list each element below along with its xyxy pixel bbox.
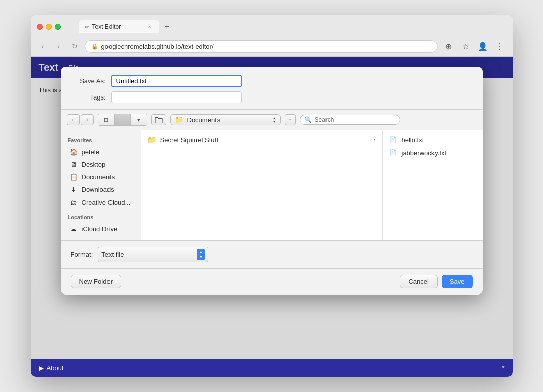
txt-file-icon-hello: 📄 xyxy=(389,135,398,144)
sidebar-item-downloads-label: Downloads xyxy=(82,186,114,193)
dialog-footer: New Folder Cancel Save xyxy=(61,269,483,295)
home-icon: 🏠 xyxy=(70,148,78,156)
sidebar-item-icloud-label: iCloud Drive xyxy=(82,225,118,233)
traffic-lights xyxy=(37,24,61,30)
location-folder-icon: 📁 xyxy=(175,116,183,124)
page-content: Text File This is a n Save As: Tags: xyxy=(31,57,513,359)
new-tab-button[interactable]: + xyxy=(161,21,173,33)
locations-label: Locations xyxy=(61,212,141,222)
reload-button[interactable]: ↻ xyxy=(69,40,81,52)
file-back-button[interactable]: ‹ xyxy=(67,114,80,125)
minimize-traffic-light[interactable] xyxy=(46,24,52,30)
expand-arrow-icon: › xyxy=(374,137,375,143)
save-button[interactable]: Save xyxy=(442,275,473,288)
tab-bar: ✏ Text Editor × + xyxy=(75,20,177,33)
creative-cloud-icon: 🗂 xyxy=(70,198,78,206)
sidebar-item-creative-cloud-label: Creative Cloud... xyxy=(82,199,131,206)
view-toggle: ⊞ ≡ ▾ xyxy=(98,114,147,126)
about-label: About xyxy=(47,364,64,372)
more-button[interactable]: ⋮ xyxy=(493,39,507,53)
folder-icon: 📁 xyxy=(147,135,156,144)
dialog-overlay: Save As: Tags: ‹ › ⊞ xyxy=(31,57,513,359)
url-text: googlechromelabs.github.io/text-editor/ xyxy=(101,43,214,50)
sidebar: Favorites 🏠 petele 🖥 Desktop 📋 Documents xyxy=(61,130,141,240)
tab-title: Text Editor xyxy=(92,23,121,30)
expand-button[interactable]: ↑ xyxy=(285,114,296,125)
close-traffic-light[interactable] xyxy=(37,24,43,30)
save-as-field: Save As: xyxy=(71,75,473,87)
sidebar-item-petele-label: petele xyxy=(82,148,99,156)
tab-icon: ✏ xyxy=(85,24,89,30)
sidebar-item-documents-label: Documents xyxy=(82,173,115,181)
file-item-hello-label: hello.txt xyxy=(402,136,424,144)
search-icon: 🔍 xyxy=(304,116,312,123)
browser-bottom: ▶ About * xyxy=(31,359,513,377)
file-item-jabberwocky-label: jabberwocky.txt xyxy=(402,149,447,157)
star-button[interactable]: ☆ xyxy=(459,39,473,53)
cancel-button[interactable]: Cancel xyxy=(400,275,437,288)
file-item-jabberwocky[interactable]: 📄 jabberwocky.txt xyxy=(383,146,483,159)
forward-button[interactable]: › xyxy=(53,40,65,52)
sidebar-item-petele[interactable]: 🏠 petele xyxy=(63,146,139,158)
address-bar[interactable]: 🔒 googlechromelabs.github.io/text-editor… xyxy=(85,40,438,53)
format-select[interactable]: Text file ▲ ▼ xyxy=(98,247,208,262)
view-dropdown-button[interactable]: ▾ xyxy=(131,114,147,125)
profile-circle-button[interactable]: ⊕ xyxy=(442,39,456,53)
file-forward-button[interactable]: › xyxy=(81,114,94,125)
browser-chrome: ✏ Text Editor × + ‹ › ↻ 🔒 googlechromela… xyxy=(31,15,513,57)
icon-view-button[interactable]: ⊞ xyxy=(98,114,115,125)
documents-icon: 📋 xyxy=(70,173,78,181)
browser-titlebar: ✏ Text Editor × + xyxy=(31,15,513,36)
back-button[interactable]: ‹ xyxy=(37,40,49,52)
tags-label: Tags: xyxy=(71,93,106,101)
file-item-label: Secret Squirrel Stuff xyxy=(160,136,219,144)
file-sublist: 📄 hello.txt 📄 jabberwocky.txt xyxy=(382,130,483,240)
maximize-traffic-light[interactable] xyxy=(55,24,61,30)
browser-window: ✏ Text Editor × + ‹ › ↻ 🔒 googlechromela… xyxy=(31,15,513,377)
sidebar-item-icloud[interactable]: ☁ iCloud Drive xyxy=(63,223,139,235)
browser-toolbar: ‹ › ↻ 🔒 googlechromelabs.github.io/text-… xyxy=(31,36,513,56)
dialog-header: Save As: Tags: xyxy=(61,67,483,110)
about-star: * xyxy=(502,364,504,372)
file-item-hello[interactable]: 📄 hello.txt xyxy=(383,133,483,146)
about-arrow-icon: ▶ xyxy=(39,364,44,372)
format-label: Format: xyxy=(71,251,93,258)
save-as-input[interactable] xyxy=(111,75,242,87)
profile-button[interactable]: 👤 xyxy=(476,39,490,53)
browser-actions: ⊕ ☆ 👤 ⋮ xyxy=(442,39,507,53)
desktop-icon: 🖥 xyxy=(70,160,78,168)
file-toolbar: ‹ › ⊞ ≡ ▾ 📁 Docum xyxy=(61,110,483,130)
dialog-format: Format: Text file ▲ ▼ xyxy=(61,241,483,269)
list-view-button[interactable]: ≡ xyxy=(115,114,131,125)
icloud-icon: ☁ xyxy=(70,225,78,233)
lock-icon: 🔒 xyxy=(91,43,98,50)
file-item-secret-squirrel[interactable]: 📁 Secret Squirrel Stuff › xyxy=(141,133,382,146)
search-box[interactable]: 🔍 xyxy=(300,115,400,125)
sidebar-item-downloads[interactable]: ⬇ Downloads xyxy=(63,183,139,195)
new-folder-toolbar-button[interactable] xyxy=(151,114,166,125)
new-folder-button[interactable]: New Folder xyxy=(71,275,121,288)
location-dropdown[interactable]: 📁 Documents ▲ ▼ xyxy=(170,114,281,125)
about-toggle[interactable]: ▶ About xyxy=(39,364,64,372)
save-as-label: Save As: xyxy=(71,77,106,85)
browser-tab[interactable]: ✏ Text Editor × xyxy=(79,20,159,33)
location-name: Documents xyxy=(187,116,269,124)
txt-file-icon-jabberwocky: 📄 xyxy=(389,148,398,157)
sidebar-item-documents[interactable]: 📋 Documents xyxy=(63,171,139,183)
sidebar-item-desktop[interactable]: 🖥 Desktop xyxy=(63,158,139,170)
file-browser-body: Favorites 🏠 petele 🖥 Desktop 📋 Documents xyxy=(61,130,483,241)
tab-close-button[interactable]: × xyxy=(146,23,153,30)
file-list: 📁 Secret Squirrel Stuff › xyxy=(141,130,382,240)
tags-input[interactable] xyxy=(111,91,242,103)
favorites-label: Favorites xyxy=(61,135,141,145)
sidebar-item-desktop-label: Desktop xyxy=(82,161,106,168)
file-nav-group: ‹ › xyxy=(67,114,94,125)
save-dialog: Save As: Tags: ‹ › ⊞ xyxy=(61,67,483,295)
format-arrows-icon: ▲ ▼ xyxy=(197,249,205,260)
sidebar-item-creative-cloud[interactable]: 🗂 Creative Cloud... xyxy=(63,196,139,208)
tags-field: Tags: xyxy=(71,91,473,103)
footer-right: Cancel Save xyxy=(400,275,472,288)
search-input[interactable] xyxy=(315,116,390,123)
downloads-icon: ⬇ xyxy=(70,185,78,193)
format-value: Text file xyxy=(101,251,193,258)
